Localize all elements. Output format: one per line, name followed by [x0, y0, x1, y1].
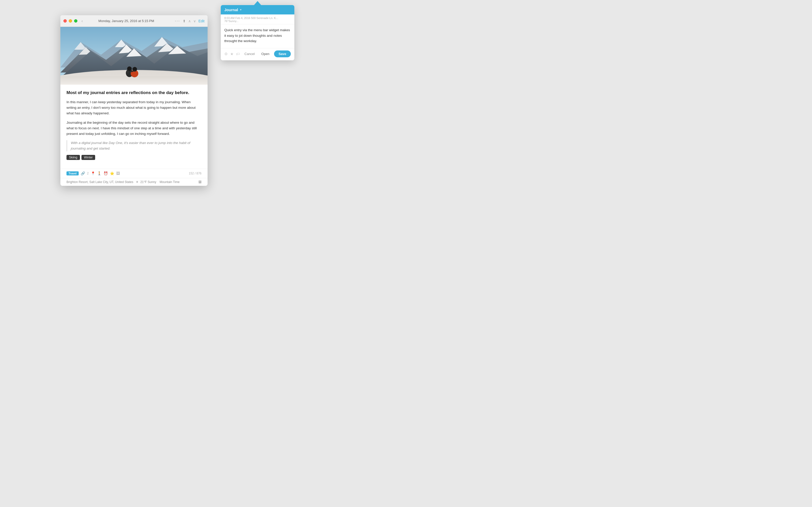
entry-title: Most of my journal entries are reflectio…	[66, 90, 201, 96]
location-bar: Brighton Resort, Salt Lake City, UT, Uni…	[60, 178, 208, 186]
save-button[interactable]: Save	[274, 50, 291, 57]
journal-content: Most of my journal entries are reflectio…	[60, 85, 208, 169]
tag-winter[interactable]: Winter	[82, 155, 95, 160]
weather-text: 21°F Sunny	[140, 180, 156, 184]
attachment-count: 2	[87, 172, 89, 175]
menu-bar-widget: Journal ▾ 8:03 AM Feb 4, 2016 500 Serena…	[221, 5, 294, 60]
cancel-button[interactable]: Cancel	[242, 51, 257, 57]
location-name: Brighton Resort, Salt Lake City, UT, Uni…	[66, 180, 133, 184]
widget-footer: ⚙ ★ 🏷 Cancel Open Save	[221, 48, 294, 60]
tags-row: Skiing Winter	[66, 155, 201, 160]
nav-down-icon[interactable]: ∨	[193, 19, 196, 23]
settings-icon[interactable]: ⚙	[224, 52, 227, 56]
entry-blockquote: With a digital journal like Day One, it'…	[66, 140, 201, 151]
entry-image	[60, 27, 208, 85]
entry-paragraph-1: In this manner, I can keep yesterday sep…	[66, 99, 201, 116]
svg-rect-18	[126, 70, 129, 73]
close-button[interactable]	[63, 19, 67, 22]
tag-skiing[interactable]: Skiing	[66, 155, 80, 160]
expand-icon[interactable]: 🖼	[198, 180, 201, 184]
nav-up-icon[interactable]: ∧	[188, 19, 191, 23]
entry-position: 152 / 876	[189, 172, 201, 175]
widget-textarea[interactable]	[221, 24, 294, 47]
star-icon[interactable]: ⭐	[110, 171, 114, 175]
widget-arrow	[254, 1, 261, 5]
widget-meta: 8:03 AM Feb 4, 2016 500 Serenade Ln. K..…	[221, 14, 294, 24]
widget-dropdown-icon[interactable]: ▾	[240, 8, 242, 11]
edit-button[interactable]: Edit	[198, 19, 205, 23]
activity-icon[interactable]: 🚶	[97, 171, 101, 175]
mountain-scene-svg	[60, 27, 208, 85]
photo-icon[interactable]: 🖼	[116, 171, 120, 175]
window-titlebar: ‹ Monday, January 25, 2016 at 5:15 PM ··…	[60, 15, 208, 27]
entry-paragraph-2: Journaling at the beginning of the day s…	[66, 120, 201, 137]
svg-point-15	[127, 66, 132, 71]
widget-title: Journal	[224, 8, 238, 12]
timezone-text: Mountain Time	[160, 180, 180, 184]
entry-date: Monday, January 25, 2016 at 5:15 PM	[80, 19, 173, 23]
more-options-icon[interactable]: ···	[175, 18, 180, 23]
svg-rect-13	[60, 76, 208, 85]
journal-footer: Travel 🔗 2 📍 🚶 ⏰ ⭐ 🖼 152 / 876	[60, 169, 208, 178]
journal-window: ‹ Monday, January 25, 2016 at 5:15 PM ··…	[60, 15, 208, 186]
widget-header: Journal ▾	[221, 5, 294, 14]
minimize-button[interactable]	[69, 19, 72, 22]
reminder-icon[interactable]: ⏰	[104, 171, 108, 175]
star-widget-icon[interactable]: ★	[230, 52, 234, 56]
location-pin-icon[interactable]: 📍	[91, 171, 95, 175]
open-button[interactable]: Open	[259, 51, 271, 57]
tag-widget-icon[interactable]: 🏷	[236, 52, 240, 56]
travel-badge[interactable]: Travel	[66, 171, 79, 175]
paperclip-icon[interactable]: 🔗	[81, 171, 85, 175]
location-text: Brighton Resort, Salt Lake City, UT, Uni…	[66, 180, 196, 184]
titlebar-actions: ··· ⬆ ∧ ∨ Edit	[175, 18, 205, 23]
share-icon[interactable]: ⬆	[183, 19, 186, 23]
widget-footer-icons: ⚙ ★ 🏷	[224, 52, 240, 56]
maximize-button[interactable]	[74, 19, 78, 22]
